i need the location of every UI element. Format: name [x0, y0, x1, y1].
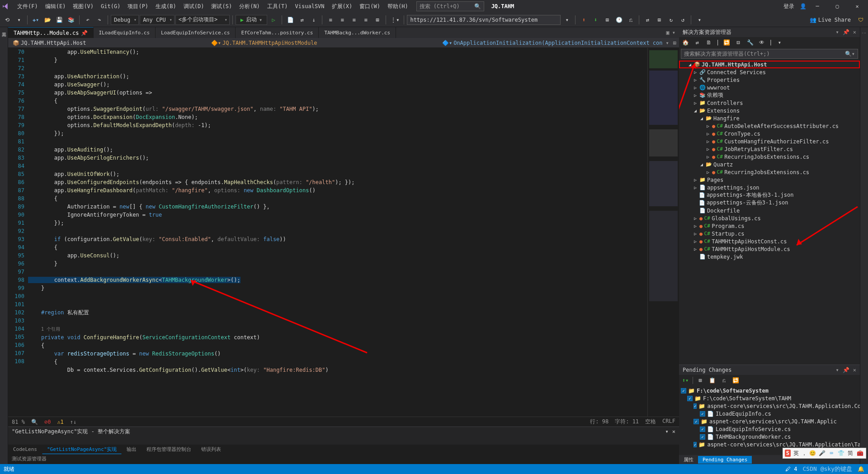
sx-sync-icon[interactable]: ⇄ — [693, 38, 702, 47]
tree-const[interactable]: ▷●C#TAHMHttpApiHostConst.cs — [679, 237, 860, 245]
bc-class[interactable]: 🔶▾ JQ.TAHM.TAHMHttpApiHostModule — [209, 40, 319, 46]
tree-appsettings2[interactable]: 📄appsettings-本地备份3-1.json — [679, 191, 860, 199]
new-item-button[interactable]: ✚▾ — [30, 14, 41, 25]
menu-debug[interactable]: 调试(D) — [180, 1, 208, 12]
menu-help[interactable]: 帮助(H) — [384, 1, 412, 12]
auto-hide-icon[interactable]: 📌 — [843, 29, 849, 35]
tree-program[interactable]: ▷●C#Program.cs — [679, 222, 860, 230]
code-editor[interactable]: 7071727374757677787980818283848586878889… — [8, 48, 679, 417]
menu-analyze[interactable]: 分析(N) — [236, 1, 264, 12]
panel-dd-icon[interactable]: ▾ — [665, 428, 669, 435]
ime-simplified[interactable]: 简 — [846, 450, 854, 457]
pc-tb-4[interactable]: ⎌ — [719, 376, 728, 385]
nav-fwd-button[interactable]: ▾ — [14, 14, 24, 25]
menu-test[interactable]: 测试(S) — [208, 1, 236, 12]
save-all-button[interactable]: 📚 — [66, 14, 76, 25]
bp-tab-errorlist[interactable]: 错误列表 — [196, 445, 226, 454]
tb-svn-3[interactable]: ⊞ — [602, 14, 613, 25]
ime-mic-icon[interactable]: 🎤 — [818, 450, 826, 456]
tb-svn-4[interactable]: 🕐 — [613, 14, 624, 25]
tree-pages[interactable]: ▷📁Pages — [679, 176, 860, 184]
tb-svn-5[interactable]: ⎌ — [625, 14, 636, 25]
tree-quartz[interactable]: ◢📂Quartz — [679, 161, 860, 168]
tab-1[interactable]: ILoadEquipInfo.cs — [94, 27, 156, 38]
notification-count[interactable]: 🖊 4 — [785, 466, 797, 472]
tree-deps[interactable]: ▷📚依赖项 — [679, 91, 860, 99]
sx-props-icon[interactable]: 🔧 — [745, 38, 755, 47]
config-dropdown[interactable]: Debug — [111, 15, 139, 25]
tree-hangfire[interactable]: ◢📂Hangfire — [679, 114, 860, 122]
window-restore[interactable]: ▢ — [828, 1, 846, 12]
tb-svn-7[interactable]: ⊞ — [654, 14, 665, 25]
right-rail-tab[interactable]: ⋮ — [862, 29, 867, 37]
pending-list[interactable]: ✓📁F:\code\SoftwareSystem ✓📁F:\code\Softw… — [679, 386, 860, 455]
ime-lang[interactable]: 英 — [792, 450, 800, 457]
tree-module[interactable]: ▷●C#TAHMHttpApiHostModule.cs — [679, 245, 860, 253]
menu-build[interactable]: 生成(B) — [152, 1, 180, 12]
tree-controllers[interactable]: ▷📁Controllers — [679, 99, 860, 107]
liveshare-button[interactable]: 👥 Live Share — [806, 17, 854, 23]
tb-icon-2[interactable]: ⇄ — [297, 14, 307, 25]
menu-edit[interactable]: 编辑(E) — [42, 1, 70, 12]
sx-preview-icon[interactable]: 👁 — [757, 38, 766, 47]
pc-tb-5[interactable]: 🔁 — [731, 376, 740, 385]
open-button[interactable]: 📂 — [42, 14, 53, 25]
sx-view-icon[interactable]: ▾ — [775, 38, 784, 47]
tree-startup[interactable]: ▷●C#Startup.cs — [679, 230, 860, 237]
admin-icon[interactable]: 🛡 — [855, 14, 866, 25]
tb-svn-update[interactable]: ⬇ — [590, 14, 601, 25]
menu-git[interactable]: Git(G) — [97, 2, 124, 11]
platform-dropdown[interactable]: Any CPU — [140, 15, 175, 25]
tree-hf3[interactable]: ▷●C#CustomHangfireAuthorizeFilter.cs — [679, 137, 860, 145]
tab-3[interactable]: EfCoreTahm...pository.cs — [236, 27, 319, 38]
tb-icon-6[interactable]: ≡ — [349, 14, 359, 25]
sx-refresh-icon[interactable]: 🗎 — [704, 38, 713, 47]
bp-tab-codelens[interactable]: CodeLens — [8, 445, 42, 454]
panel-close-icon[interactable]: ✕ — [672, 428, 675, 435]
tree-gu[interactable]: ▷●C#GlobalUsings.cs — [679, 214, 860, 222]
close-icon[interactable]: ✕ — [853, 29, 856, 35]
tree-wwwroot[interactable]: ▷🌐wwwroot — [679, 84, 860, 91]
ime-emoji-icon[interactable]: 😊 — [808, 450, 816, 456]
nav-back-button[interactable]: ⟲ — [2, 14, 13, 25]
ime-toolbar[interactable]: S 英， 😊 🎤 ⌨ 👕 简 🧰 — [783, 448, 866, 459]
tree-qz1[interactable]: ▷●C#RecurringJobsExtensions.cs — [679, 168, 860, 176]
solution-tree[interactable]: ◢📦JQ.TAHM.HttpApi.Host ▷🔗Connected Servi… — [679, 60, 860, 365]
tab-dropdown-icon[interactable]: ▾ — [672, 29, 675, 36]
tab-properties[interactable]: 属性 — [679, 455, 698, 464]
login-button[interactable]: 登录 — [780, 1, 798, 12]
test-explorer-tab[interactable]: 测试资源管理器 — [8, 454, 679, 464]
tb-svn-6[interactable]: ⇄ — [642, 14, 653, 25]
tb-svn-8[interactable]: ↻ — [665, 14, 676, 25]
ime-skin-icon[interactable]: 👕 — [837, 450, 845, 456]
sx-home-icon[interactable]: 🏠 — [681, 38, 690, 47]
tab-pending[interactable]: Pending Changes — [698, 456, 752, 464]
tree-connected[interactable]: ▷🔗Connected Services — [679, 68, 860, 76]
bp-tab-impl[interactable]: "GetListNoPageAsync"实现 — [42, 445, 122, 454]
minimap[interactable] — [647, 48, 679, 417]
global-search-input[interactable]: 搜索 (Ctrl+Q) 🔍 — [416, 1, 484, 11]
tb-icon-1[interactable]: 📄 — [285, 14, 296, 25]
tb-svn-9[interactable]: ↺ — [677, 14, 688, 25]
zoom-pct[interactable]: 81 % — [12, 419, 25, 425]
tb-svn-commit[interactable]: ⬆ — [578, 14, 589, 25]
solution-search-input[interactable]: 搜索解决方案资源管理器(Ctrl+;) 🔍▾ — [681, 49, 858, 59]
menu-tools[interactable]: 工具(T) — [264, 1, 292, 12]
pc-tb-2[interactable]: ⊞ — [696, 376, 705, 385]
window-minimize[interactable]: ─ — [808, 1, 826, 12]
tab-2[interactable]: LoadEquipInfoService.cs — [156, 27, 236, 38]
commit-icon[interactable]: ⬆▾ — [681, 376, 690, 385]
ime-kb-icon[interactable]: ⌨ — [827, 450, 835, 456]
bp-tab-output[interactable]: 输出 — [122, 445, 142, 454]
tab-4[interactable]: TAHMBackg...dWorker.cs — [319, 27, 396, 38]
indent-mode[interactable]: 空格 — [645, 418, 656, 426]
tb-icon-7[interactable]: ≡ — [360, 14, 371, 25]
eol-mode[interactable]: CRLF — [662, 418, 675, 426]
pc-tb-3[interactable]: 📋 — [708, 376, 717, 385]
tb-svn-1[interactable]: ▾ — [561, 14, 572, 25]
tree-hf4[interactable]: ▷●C#JobRetryLastFilter.cs — [679, 145, 860, 153]
notification-icon[interactable]: 🔔 — [858, 466, 864, 472]
start-debug-button[interactable]: ▶ 启动 ▾ — [236, 15, 267, 25]
ime-tool-icon[interactable]: 🧰 — [856, 450, 864, 456]
pin-icon[interactable]: 📌 — [81, 30, 88, 36]
